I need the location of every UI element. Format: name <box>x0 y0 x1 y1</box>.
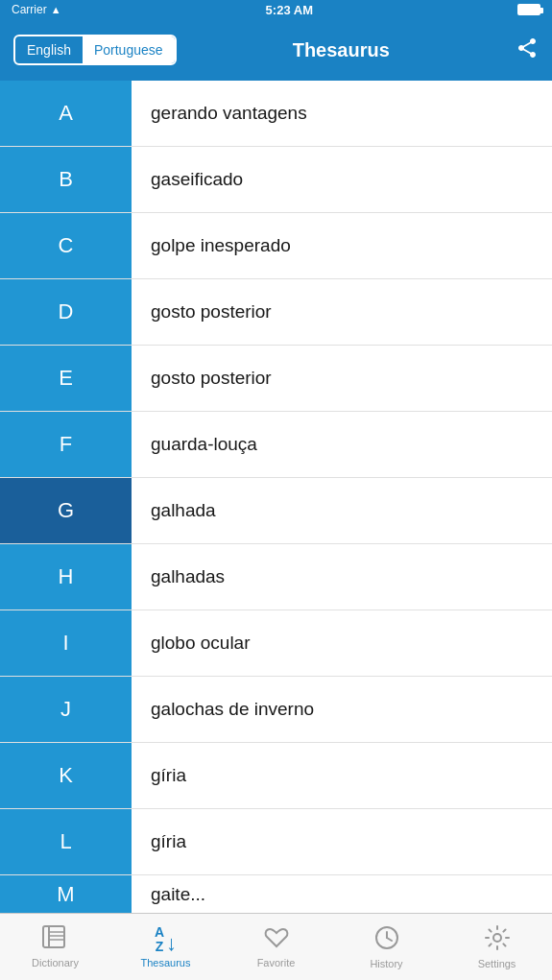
letter-index: D <box>0 279 132 345</box>
letter-index: M <box>0 875 132 913</box>
thesaurus-word: gosto posterior <box>132 301 552 323</box>
nav-bar: English Portuguese Thesaurus <box>0 19 552 81</box>
settings-icon <box>484 924 511 955</box>
thesaurus-list: Agerando vantagensBgaseificadoCgolpe ine… <box>0 81 552 980</box>
list-item[interactable]: Jgalochas de inverno <box>0 677 552 743</box>
share-icon <box>516 36 539 60</box>
list-item[interactable]: Lgíria <box>0 809 552 875</box>
svg-rect-0 <box>43 926 64 947</box>
svg-point-8 <box>493 934 501 942</box>
tab-settings[interactable]: Settings <box>442 914 552 980</box>
tab-dictionary[interactable]: Dictionary <box>0 914 110 980</box>
tab-history[interactable]: History <box>331 914 442 980</box>
list-item[interactable]: Kgíria <box>0 743 552 809</box>
thesaurus-word: golpe inesperado <box>132 235 552 256</box>
history-icon <box>373 924 400 955</box>
carrier-info: Carrier ▲ <box>12 3 61 16</box>
thesaurus-word: guarda-louça <box>132 434 552 455</box>
list-item[interactable]: Cgolpe inesperado <box>0 213 552 279</box>
tab-bar: Dictionary A Z ↓ Thesaurus Favorite <box>0 913 552 980</box>
language-toggle[interactable]: English Portuguese <box>13 35 177 65</box>
thesaurus-word: gaite... <box>132 884 552 905</box>
thesaurus-word: gosto posterior <box>132 368 552 389</box>
thesaurus-word: galochas de inverno <box>132 699 552 720</box>
thesaurus-word: gíria <box>132 831 552 852</box>
letter-index: H <box>0 544 132 610</box>
thesaurus-word: gaseificado <box>132 169 552 190</box>
list-item[interactable]: Egosto posterior <box>0 346 552 412</box>
tab-thesaurus-label: Thesaurus <box>141 957 191 968</box>
letter-index: A <box>0 81 132 146</box>
tab-thesaurus[interactable]: A Z ↓ Thesaurus <box>110 914 221 980</box>
letter-index: I <box>0 610 132 676</box>
list-item[interactable]: Ggalhada <box>0 478 552 544</box>
tab-favorite-label: Favorite <box>257 957 296 968</box>
thesaurus-word: gerando vantagens <box>132 103 552 124</box>
list-item[interactable]: Iglobo ocular <box>0 610 552 677</box>
list-item[interactable]: Hgalhadas <box>0 544 552 610</box>
list-item[interactable]: Bgaseificado <box>0 147 552 213</box>
thesaurus-word: galhadas <box>132 566 552 587</box>
tab-favorite[interactable]: Favorite <box>221 914 331 980</box>
letter-index: F <box>0 412 132 477</box>
status-bar: Carrier ▲ 5:23 AM <box>0 0 552 19</box>
status-time: 5:23 AM <box>266 3 313 17</box>
battery-icon <box>517 4 540 15</box>
carrier-text: Carrier <box>12 3 47 16</box>
letter-index: C <box>0 213 132 278</box>
list-item[interactable]: Agerando vantagens <box>0 81 552 147</box>
letter-index: E <box>0 346 132 411</box>
thesaurus-word: gíria <box>132 765 552 786</box>
lang-portuguese-button[interactable]: Portuguese <box>83 36 175 63</box>
tab-history-label: History <box>370 958 402 969</box>
list-item[interactable]: Dgosto posterior <box>0 279 552 346</box>
letter-index: K <box>0 743 132 808</box>
svg-line-7 <box>387 938 392 941</box>
tab-settings-label: Settings <box>478 958 516 969</box>
letter-index: G <box>0 478 132 543</box>
list-item[interactable]: Fguarda-louça <box>0 412 552 478</box>
share-button[interactable] <box>516 36 539 64</box>
nav-title: Thesaurus <box>179 39 504 61</box>
thesaurus-word: globo ocular <box>132 633 552 654</box>
lang-english-button[interactable]: English <box>15 36 83 63</box>
wifi-icon: ▲ <box>51 4 61 15</box>
thesaurus-word: galhada <box>132 500 552 521</box>
letter-index: B <box>0 147 132 212</box>
tab-dictionary-label: Dictionary <box>32 957 79 968</box>
favorite-icon <box>263 925 290 954</box>
dictionary-icon <box>41 925 70 954</box>
thesaurus-icon: A Z ↓ <box>155 925 177 955</box>
list-item[interactable]: Mgaite... <box>0 875 552 914</box>
letter-index: J <box>0 677 132 742</box>
letter-index: L <box>0 809 132 874</box>
